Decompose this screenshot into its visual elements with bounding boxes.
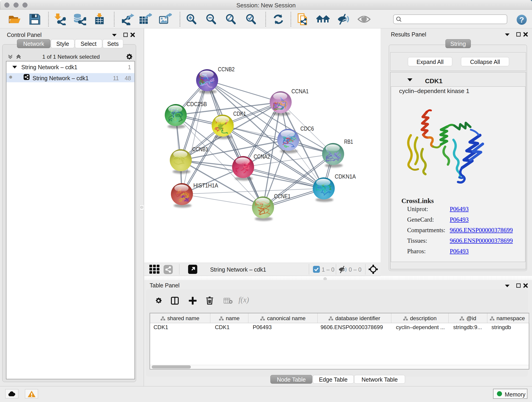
svg-text:CDKN1A: CDKN1A [335, 173, 356, 180]
svg-text:RB1: RB1 [344, 138, 353, 145]
svg-text:CCNE1: CCNE1 [274, 193, 291, 200]
svg-text:CCNB2: CCNB2 [218, 66, 234, 73]
svg-text:CCNA1: CCNA1 [291, 88, 309, 95]
svg-text:CDC25B: CDC25B [186, 101, 207, 108]
svg-text:CDC6: CDC6 [300, 125, 314, 132]
svg-text:CCNA2: CCNA2 [254, 153, 270, 160]
svg-text:CDK1: CDK1 [233, 110, 246, 117]
svg-text:CCNB1: CCNB1 [192, 146, 208, 153]
svg-text:HIST1H1A: HIST1H1A [193, 182, 218, 189]
